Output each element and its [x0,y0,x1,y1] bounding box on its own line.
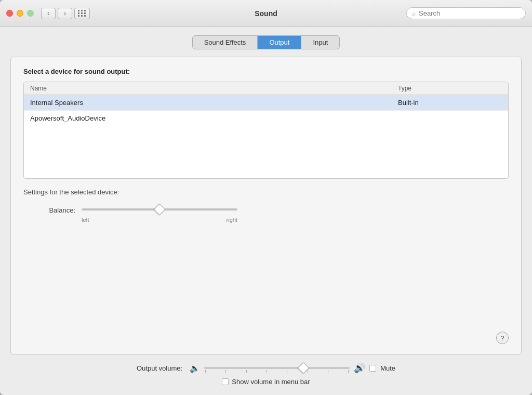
table-row[interactable]: Internal Speakers Built-in [24,95,508,111]
maximize-button[interactable] [27,10,34,17]
tab-sound-effects[interactable]: Sound Effects [193,36,258,49]
balance-slider[interactable] [82,204,237,215]
bottom-bar: Output volume: 🔈 🔊 Mute Show volume in m… [0,355,532,395]
row-name-1: Apowersoft_AudioDevice [30,114,398,122]
show-volume-checkbox[interactable] [222,378,229,385]
grid-icon [78,10,86,17]
slider-thumb[interactable] [154,204,166,216]
balance-label: Balance: [34,204,75,214]
table-body: Internal Speakers Built-in Apowersoft_Au… [24,95,508,178]
window-title: Sound [255,9,277,18]
balance-row: Balance: left right [23,204,509,223]
volume-high-icon: 🔊 [354,362,365,374]
help-area: ? [23,325,509,344]
volume-ticks [204,370,350,373]
content: Sound Effects Output Input Select a devi… [0,27,532,395]
volume-slider[interactable] [204,363,350,373]
balance-right-label: right [227,217,237,223]
output-volume-label: Output volume: [137,364,182,372]
back-button[interactable]: ‹ [41,8,56,19]
tab-output[interactable]: Output [258,36,301,49]
col-header-type: Type [398,85,502,92]
grid-view-button[interactable] [74,8,90,19]
settings-section: Settings for the selected device: Balanc… [23,188,509,223]
settings-title: Settings for the selected device: [23,188,509,196]
mute-label: Mute [380,364,395,372]
forward-button[interactable]: › [58,8,72,19]
help-button[interactable]: ? [496,332,509,344]
row-type-1 [398,114,502,122]
window: ‹ › Sound ⌕ Sound Effects Output Input [0,0,532,395]
search-input[interactable] [419,9,520,17]
tab-bar: Sound Effects Output Input [0,27,532,57]
balance-slider-container: left right [82,204,237,223]
section-title: Select a device for sound output: [23,68,509,75]
show-volume-row: Show volume in menu bar [222,378,310,386]
tab-group: Sound Effects Output Input [192,35,340,49]
device-table: Name Type Internal Speakers Built-in Apo… [23,82,509,179]
volume-row: Output volume: 🔈 🔊 Mute [137,362,395,374]
table-header: Name Type [24,82,508,95]
search-icon: ⌕ [412,10,416,17]
minimize-button[interactable] [17,10,23,17]
col-header-name: Name [30,85,398,92]
table-row[interactable]: Apowersoft_AudioDevice [24,111,508,126]
main-panel: Select a device for sound output: Name T… [10,57,522,355]
nav-buttons: ‹ › [41,8,72,19]
row-type-0: Built-in [398,99,502,107]
search-box[interactable]: ⌕ [406,7,526,19]
row-name-0: Internal Speakers [30,99,398,107]
mute-checkbox[interactable] [369,365,376,372]
titlebar: ‹ › Sound ⌕ [0,0,532,27]
traffic-lights [6,10,34,17]
slider-line [82,208,237,210]
tab-input[interactable]: Input [301,36,339,49]
show-volume-label: Show volume in menu bar [232,378,310,386]
close-button[interactable] [6,10,13,17]
volume-low-icon: 🔈 [190,363,200,373]
balance-left-label: left [82,217,89,223]
balance-labels: left right [82,217,237,223]
volume-track-line [204,367,350,369]
